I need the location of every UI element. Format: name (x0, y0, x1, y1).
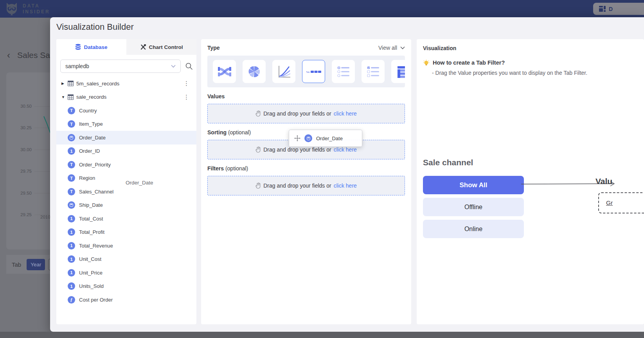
chart-type-checkbox-list[interactable] (362, 60, 385, 83)
tab-chart-control-label: Chart Control (149, 44, 183, 50)
table-name: 5m_sales_records (76, 81, 119, 87)
field-label: Unit_Cost (79, 256, 101, 262)
kebab-menu-icon[interactable]: ⋮ (183, 80, 189, 87)
radio-list-icon (337, 66, 350, 78)
dashboard-nav-button[interactable]: D (593, 3, 644, 15)
field-row-total-revenue[interactable]: 1Total_Revenue (56, 239, 196, 253)
channel-option-show-all[interactable]: Show All (423, 176, 524, 194)
field-label: Order_Priority (79, 162, 111, 168)
field-label: Unit_Price (79, 270, 103, 276)
tab-database-label: Database (84, 44, 107, 50)
field-row-cost-per-order[interactable]: ƒCost per Order (56, 293, 196, 307)
drag-hand-icon (255, 110, 261, 117)
number-field-icon: 1 (68, 282, 75, 290)
text-field-icon: T (68, 107, 75, 114)
filters-click-here-link[interactable]: click here (334, 183, 357, 189)
text-field-icon: T (68, 161, 75, 168)
field-row-ship-date[interactable]: Ship_Date (56, 199, 196, 212)
number-field-icon: 1 (68, 147, 75, 155)
pie-chart-icon (248, 65, 261, 78)
table-row-5m-sales-records[interactable]: ▶ 5m_sales_records ⋮ (56, 77, 196, 90)
field-label: Region (79, 175, 95, 181)
chart-type-radio-list[interactable] (332, 60, 355, 83)
channel-option-offline[interactable]: Offline (423, 198, 524, 216)
tip-body: - Drag the Value properties you want to … (417, 67, 644, 76)
field-row-total-cost[interactable]: 1Total_Cost (56, 212, 196, 226)
search-icon[interactable] (185, 63, 192, 70)
tip-title: How to create a Tab Filter? (433, 60, 505, 67)
visualization-panel: Visualization How to create a Tab Filter… (417, 39, 644, 324)
field-label: Order_Date (79, 135, 106, 141)
background-tabs-card: Tab Year Qu (6, 255, 53, 274)
annotation-link[interactable]: Gr (606, 199, 613, 206)
sorting-section-label: Sorting (optional) (207, 129, 251, 136)
tab-database[interactable]: Database (56, 39, 126, 55)
sorting-dropzone-text: Drag and drop your fields or (263, 146, 331, 153)
chart-type-line[interactable] (272, 60, 295, 83)
back-button[interactable]: ‹ (4, 50, 13, 61)
table-name: sale_records (76, 94, 106, 100)
field-row-sales-channel[interactable]: TSales_Channel (56, 185, 196, 199)
left-panel-tabs: Database Chart Control (56, 39, 196, 55)
sorting-click-here-link[interactable]: click here (334, 146, 357, 153)
field-row-item-type[interactable]: TItem_Type (56, 117, 196, 131)
drag-hand-icon (255, 183, 261, 189)
caret-down-icon[interactable]: ▼ (61, 95, 68, 99)
visualization-header: Visualization (423, 45, 456, 51)
drag-hand-icon (255, 146, 261, 153)
table-row-sale-records[interactable]: ▼ sale_records ⋮ (56, 90, 196, 104)
field-list: TCountryTItem_TypeOrder_Date1Order_IDTOr… (56, 104, 196, 307)
app-screen: ‹ Sales Sa 30.5030.2530.0029.7529.5029.2… (0, 0, 644, 338)
values-dropzone[interactable]: Drag and drop your fields or click here (207, 104, 405, 123)
field-label: Country (79, 108, 97, 114)
field-row-units-sold[interactable]: 1Units_Sold (56, 280, 196, 293)
move-icon (294, 135, 300, 141)
field-row-region[interactable]: TRegion (56, 172, 196, 185)
caret-right-icon[interactable]: ▶ (61, 81, 68, 85)
tools-icon (140, 44, 146, 50)
field-label: Total_Profit (79, 229, 104, 235)
field-label: Order_ID (79, 148, 100, 154)
chart-type-table[interactable] (391, 60, 405, 83)
chart-type-pie[interactable] (243, 60, 266, 83)
field-row-order-date[interactable]: Order_Date (56, 131, 196, 145)
field-row-order-priority[interactable]: TOrder_Priority (56, 158, 196, 172)
type-section-label: Type (207, 45, 220, 51)
database-select[interactable]: sampledb (60, 60, 181, 73)
svg-text:Tab: Tab (306, 71, 310, 73)
values-click-here-link[interactable]: click here (334, 110, 357, 117)
chart-line (6, 72, 53, 249)
visualization-builder-modal: Visualization Builder Database (50, 17, 644, 332)
tab-chart-control[interactable]: Chart Control (126, 39, 196, 55)
kebab-menu-icon[interactable]: ⋮ (183, 94, 189, 101)
owl-logo-icon (5, 2, 19, 16)
field-row-total-profit[interactable]: 1Total_Profit (56, 226, 196, 239)
background-footer-strip (0, 332, 644, 338)
filters-section-label: Filters (optional) (207, 165, 248, 172)
dashboard-button-label: D (609, 6, 613, 12)
number-field-icon: 1 (68, 228, 75, 236)
field-row-order-id[interactable]: 1Order_ID (56, 145, 196, 158)
dragged-field-chip[interactable]: Order_Date (289, 130, 362, 147)
chevron-down-icon (400, 46, 405, 49)
tab-filter-icon: Tab (306, 69, 322, 75)
field-label: Ship_Date (79, 202, 103, 208)
chart-type-sankey[interactable] (213, 60, 236, 83)
field-row-unit-cost[interactable]: 1Unit_Cost (56, 253, 196, 266)
field-label: Units_Sold (79, 283, 104, 289)
number-field-icon: 1 (68, 255, 75, 263)
field-row-unit-price[interactable]: 1Unit_Price (56, 266, 196, 280)
app-logo[interactable]: DATA INSIDER (5, 2, 50, 16)
field-label: Sales_Channel (79, 189, 113, 195)
field-row-country[interactable]: TCountry (56, 104, 196, 117)
bg-tab-label[interactable]: Tab (9, 261, 23, 268)
chart-type-tab-filter[interactable]: Tab (302, 60, 325, 83)
dragged-field-label: Order_Date (316, 136, 343, 141)
text-field-icon: T (68, 174, 75, 182)
filters-dropzone[interactable]: Drag and drop your fields or click here (207, 176, 405, 195)
channel-option-online[interactable]: Online (423, 220, 524, 238)
view-all-button[interactable]: View all (378, 45, 405, 51)
bg-tab-year[interactable]: Year (27, 259, 45, 270)
date-field-icon (304, 134, 312, 142)
database-panel: Database Chart Control sampledb (56, 39, 196, 324)
